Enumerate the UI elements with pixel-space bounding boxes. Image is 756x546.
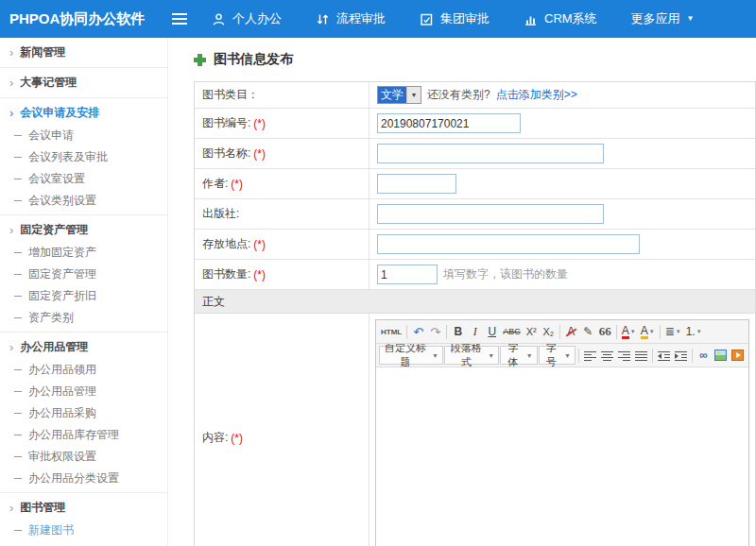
- form-row-location: 存放地点: (*): [195, 230, 755, 260]
- bold-button[interactable]: B: [450, 322, 466, 341]
- undo-button[interactable]: ↶: [410, 322, 426, 341]
- sidebar-subitem-book-manage[interactable]: 图书管理: [0, 541, 167, 546]
- sidebar-section: › 图书管理 新建图书 图书管理: [0, 493, 167, 546]
- sidebar-subitem-asset-manage[interactable]: 固定资产管理: [0, 264, 167, 285]
- subscript-button[interactable]: X₂: [541, 322, 557, 341]
- chevron-down-icon: ▼: [526, 352, 533, 359]
- underline-button[interactable]: U: [484, 322, 500, 341]
- sidebar-subitem-label: 审批权限设置: [28, 449, 96, 465]
- chevron-right-icon: ›: [9, 340, 13, 354]
- sidebar-item-label: 新闻管理: [20, 44, 65, 60]
- custom-title-dropdown[interactable]: 自定义标题 ▼: [379, 346, 443, 365]
- font-color-button[interactable]: A ▼: [620, 322, 638, 341]
- form-row-category: 图书类目： 文学 ▼ 还没有类别? 点击添加类别>>: [195, 82, 755, 109]
- nav-personal-office[interactable]: 个人办公: [212, 10, 282, 27]
- toolbar-separator: [660, 325, 661, 339]
- remove-format-button[interactable]: A: [563, 322, 579, 341]
- dash-icon: [14, 252, 22, 253]
- font-family-dropdown[interactable]: 字体 ▼: [500, 346, 537, 365]
- chevron-down-icon: ▼: [649, 329, 655, 334]
- numbered-list-button[interactable]: 1. ▼: [684, 322, 704, 341]
- align-left-button[interactable]: [582, 346, 598, 365]
- html-source-button[interactable]: HTML: [379, 322, 404, 341]
- sidebar-subitem-supplies-inventory[interactable]: 办公用品库存管理: [0, 424, 167, 446]
- field-label: 出版社:: [202, 206, 239, 222]
- book-name-input[interactable]: [377, 144, 604, 163]
- required-marker: (*): [253, 238, 266, 251]
- nav-label: 流程审批: [336, 10, 386, 27]
- image-button[interactable]: [713, 346, 729, 365]
- field-value-cell: 文学 ▼ 还没有类别? 点击添加类别>>: [369, 82, 755, 108]
- redo-button[interactable]: ↷: [427, 322, 443, 341]
- sidebar-subitem-new-book[interactable]: 新建图书: [0, 520, 167, 541]
- align-right-button[interactable]: [616, 346, 632, 365]
- dash-icon: [14, 369, 22, 370]
- publisher-input[interactable]: [377, 204, 604, 224]
- strikethrough-button[interactable]: ABC: [501, 322, 523, 341]
- editor-content-area[interactable]: [376, 367, 748, 546]
- dash-icon: [14, 317, 22, 318]
- sidebar-subitem-asset-category[interactable]: 资产类别: [0, 307, 167, 329]
- nav-group-approval[interactable]: 集团审批: [420, 10, 490, 27]
- sidebar-subitem-approval-permission[interactable]: 审批权限设置: [0, 446, 167, 468]
- font-size-dropdown[interactable]: 字号 ▼: [539, 346, 576, 365]
- sidebar-item-fixed-assets[interactable]: › 固定资产管理: [0, 218, 167, 242]
- dash-icon: [14, 391, 22, 392]
- sidebar-item-meetings[interactable]: › 会议申请及安排: [0, 101, 167, 125]
- field-value-cell: HTML ↶ ↷ B I U ABC X² X₂: [369, 314, 755, 546]
- align-justify-button[interactable]: [633, 346, 649, 365]
- field-label-cell: 作者: (*): [195, 169, 369, 198]
- sidebar-subitem-add-asset[interactable]: 增加固定资产: [0, 242, 167, 264]
- indent-decrease-button[interactable]: [656, 346, 672, 365]
- indent-increase-button[interactable]: [673, 346, 689, 365]
- link-button[interactable]: ∞: [696, 346, 712, 365]
- align-center-button[interactable]: [599, 346, 615, 365]
- nav-more-apps[interactable]: 更多应用 ▼: [631, 10, 695, 27]
- sidebar-item-news[interactable]: › 新闻管理: [0, 41, 167, 64]
- app-logo: PHPOA协同办公软件: [0, 10, 168, 28]
- sidebar-subitem-supplies-manage[interactable]: 办公用品管理: [0, 381, 167, 402]
- dash-icon: [14, 135, 22, 136]
- sidebar-subitem-meeting-apply[interactable]: 会议申请: [0, 125, 167, 146]
- highlight-color-button[interactable]: A ▼: [639, 322, 657, 341]
- body-section-header: 正文: [195, 290, 755, 314]
- add-category-link[interactable]: 点击添加类别>>: [496, 87, 577, 103]
- category-select[interactable]: 文学 ▼: [377, 86, 421, 104]
- author-input[interactable]: [377, 174, 456, 194]
- sidebar-subitem-meeting-category[interactable]: 会议类别设置: [0, 190, 167, 212]
- sidebar-subitem-meeting-list[interactable]: 会议列表及审批: [0, 146, 167, 168]
- format-painter-button[interactable]: ✎: [580, 322, 596, 341]
- sidebar-item-office-supplies[interactable]: › 办公用品管理: [0, 335, 167, 359]
- location-input[interactable]: [377, 234, 640, 254]
- sidebar-subitem-supplies-claim[interactable]: 办公用品领用: [0, 359, 167, 381]
- bullet-list-icon: ≣: [665, 325, 675, 338]
- menu-toggle-button[interactable]: [168, 9, 191, 28]
- editor-toolbar-row2: 自定义标题 ▼ 段落格式 ▼ 字体 ▼: [376, 344, 748, 367]
- superscript-button[interactable]: X²: [524, 322, 540, 341]
- nav-process-approval[interactable]: 流程审批: [316, 10, 386, 27]
- dash-icon: [14, 456, 22, 457]
- chevron-down-icon: ▼: [630, 329, 636, 334]
- sidebar-subitem-label: 新建图书: [28, 522, 74, 538]
- toolbar-separator: [652, 349, 653, 363]
- field-label-cell: 内容: (*): [195, 314, 369, 546]
- sidebar-subitem-supplies-category[interactable]: 办公用品分类设置: [0, 468, 167, 489]
- category-selected-option: 文学: [378, 87, 406, 103]
- required-marker: (*): [253, 117, 266, 130]
- italic-button[interactable]: I: [467, 322, 483, 341]
- bullet-list-button[interactable]: ≣ ▼: [663, 322, 683, 341]
- section-title: 正文: [202, 294, 225, 310]
- sidebar-subitem-supplies-purchase[interactable]: 办公用品采购: [0, 402, 167, 424]
- blockquote-button[interactable]: 66: [597, 322, 613, 341]
- book-no-input[interactable]: [377, 113, 521, 133]
- sidebar-item-memorabilia[interactable]: › 大事记管理: [0, 71, 167, 94]
- paragraph-format-dropdown[interactable]: 段落格式 ▼: [444, 346, 499, 365]
- sidebar-subitem-meeting-room[interactable]: 会议室设置: [0, 168, 167, 190]
- media-button[interactable]: [730, 346, 746, 365]
- quantity-input[interactable]: [377, 264, 438, 284]
- nav-crm-system[interactable]: CRM系统: [524, 10, 597, 27]
- form-row-publisher: 出版社:: [195, 199, 755, 230]
- sidebar-subitem-asset-depreciation[interactable]: 固定资产折旧: [0, 285, 167, 307]
- sidebar-item-books[interactable]: › 图书管理: [0, 496, 167, 520]
- category-hint: 还没有类别?: [427, 87, 490, 103]
